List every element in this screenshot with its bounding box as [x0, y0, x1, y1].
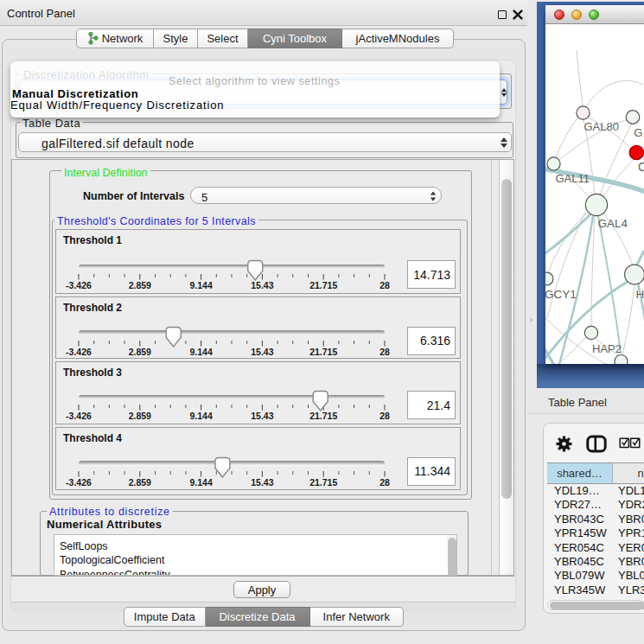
- svg-text:H: H: [636, 288, 644, 301]
- svg-text:9.144: 9.144: [189, 280, 212, 290]
- svg-text:28: 28: [379, 347, 390, 357]
- svg-text:2.859: 2.859: [129, 477, 151, 488]
- svg-text:21.715: 21.715: [309, 477, 337, 488]
- svg-text:C: C: [638, 160, 644, 174]
- svg-text:GAL11: GAL11: [556, 172, 590, 185]
- svg-text:-3.426: -3.426: [66, 477, 92, 488]
- svg-text:2.859: 2.859: [129, 411, 151, 421]
- svg-text:15.43: 15.43: [251, 477, 273, 488]
- svg-text:-3.426: -3.426: [66, 347, 92, 357]
- svg-text:21.715: 21.715: [309, 347, 337, 357]
- svg-text:15.43: 15.43: [251, 347, 273, 357]
- svg-text:HAP2: HAP2: [592, 342, 622, 355]
- svg-text:2.859: 2.859: [129, 280, 151, 290]
- svg-text:GAL80: GAL80: [584, 120, 619, 133]
- svg-text:15.43: 15.43: [251, 411, 273, 421]
- svg-text:GAL4: GAL4: [598, 217, 628, 230]
- svg-text:9.144: 9.144: [189, 477, 212, 488]
- svg-text:28: 28: [379, 477, 390, 488]
- svg-text:15.43: 15.43: [251, 280, 273, 290]
- svg-text:9.144: 9.144: [189, 347, 212, 357]
- svg-text:-3.426: -3.426: [66, 411, 92, 421]
- svg-text:G.: G.: [634, 126, 644, 139]
- svg-text:28: 28: [379, 280, 390, 290]
- svg-text:-3.426: -3.426: [66, 280, 92, 290]
- svg-text:28: 28: [379, 411, 390, 421]
- svg-text:2.859: 2.859: [129, 347, 151, 357]
- svg-text:GCY1: GCY1: [545, 288, 577, 301]
- svg-text:21.715: 21.715: [309, 280, 337, 290]
- svg-text:21.715: 21.715: [309, 411, 337, 421]
- svg-text:9.144: 9.144: [189, 411, 212, 421]
